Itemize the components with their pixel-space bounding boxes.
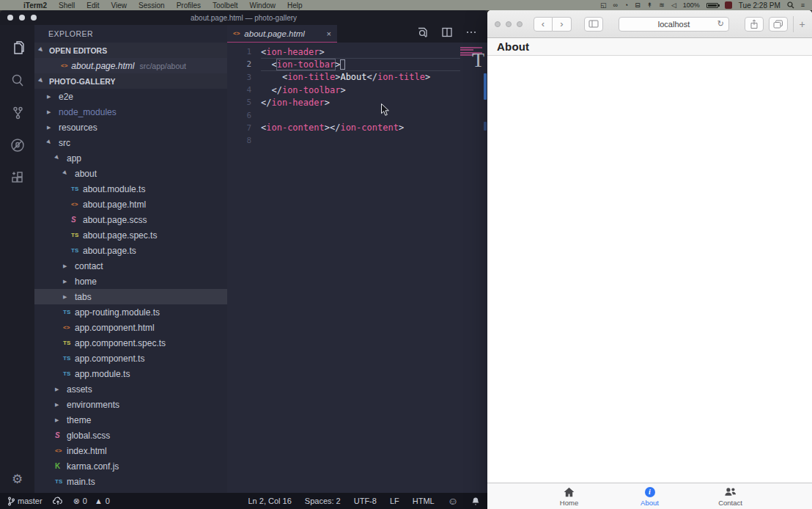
back-button[interactable]: ‹	[534, 17, 553, 32]
open-editors-header[interactable]: ▶ OPEN EDITORS	[34, 43, 227, 58]
chevron-collapsed-icon[interactable]: ▶	[63, 279, 69, 285]
menu-toolbelt[interactable]: Toolbelt	[207, 1, 243, 10]
chevron-collapsed-icon[interactable]: ▶	[47, 125, 53, 131]
tree-item-app-routing-module-ts[interactable]: TSapp-routing.module.ts	[34, 304, 227, 320]
notifications-bell-icon[interactable]	[471, 497, 480, 506]
zoom-window-button[interactable]	[517, 21, 523, 27]
minimize-window-button[interactable]	[506, 21, 512, 27]
menu-view[interactable]: View	[106, 1, 133, 10]
git-branch-indicator[interactable]: master	[7, 497, 43, 506]
volume-icon[interactable]: ◁	[671, 2, 676, 9]
chevron-expanded-icon[interactable]: ▶	[53, 154, 62, 162]
cursor-position[interactable]: Ln 2, Col 16	[248, 497, 291, 505]
problems-indicator[interactable]: ⊗ 0 ▲ 0	[73, 497, 110, 506]
extensions-icon[interactable]	[0, 161, 34, 194]
tree-item-about-page-spec-ts[interactable]: TSabout.page.spec.ts	[34, 227, 227, 243]
search-icon[interactable]	[0, 65, 34, 97]
battery-icon[interactable]	[706, 3, 718, 8]
spotlight-search-icon[interactable]	[787, 1, 794, 9]
chevron-collapsed-icon[interactable]: ▶	[55, 387, 61, 392]
explorer-icon[interactable]	[0, 32, 34, 65]
vscode-titlebar[interactable]: about.page.html — photo-gallery	[0, 10, 487, 25]
language-mode[interactable]: HTML	[413, 497, 435, 505]
tree-item-about-module-ts[interactable]: TSabout.module.ts	[34, 181, 227, 197]
tree-item-node-modules[interactable]: ▶node_modules	[34, 104, 227, 120]
source-control-icon[interactable]	[0, 97, 34, 129]
menu-edit[interactable]: Edit	[81, 1, 105, 10]
menubar-clock[interactable]: Tue 2:28 PM	[739, 1, 780, 10]
code-line-1[interactable]: 1<ion-header>	[227, 45, 487, 58]
menu-app[interactable]: iTerm2	[18, 1, 53, 10]
open-preview-icon[interactable]	[416, 26, 429, 42]
encoding[interactable]: UTF-8	[354, 497, 377, 505]
chevron-collapsed-icon[interactable]: ▶	[47, 94, 53, 100]
indentation[interactable]: Spaces: 2	[305, 497, 341, 505]
time-machine-icon[interactable]: ◔	[624, 2, 628, 9]
chevron-collapsed-icon[interactable]: ▶	[55, 402, 61, 408]
tree-item-resources[interactable]: ▶resources	[34, 120, 227, 135]
tree-item-karma-conf-js[interactable]: Kkarma.conf.js	[34, 458, 227, 474]
settings-gear-icon[interactable]: ⚙	[0, 472, 34, 487]
more-actions-icon[interactable]	[465, 26, 477, 41]
tree-item-about-page-scss[interactable]: Sabout.page.scss	[34, 212, 227, 227]
tree-item-contact[interactable]: ▶contact	[34, 258, 227, 274]
menu-window[interactable]: Window	[243, 1, 281, 10]
ion-tab-contact[interactable]: Contact	[690, 486, 771, 507]
chevron-expanded-icon[interactable]: ▶	[62, 169, 70, 177]
share-button[interactable]	[745, 17, 764, 32]
code-line-8[interactable]: 8	[227, 134, 487, 147]
chevron-collapsed-icon[interactable]: ▶	[63, 263, 69, 269]
code-editor[interactable]: T 1<ion-header>2 <ion-toolbar>3 <ion-tit…	[227, 43, 487, 493]
tree-item-tabs[interactable]: ▶tabs	[34, 289, 227, 304]
tree-item-theme[interactable]: ▶theme	[34, 412, 227, 428]
code-line-6[interactable]: 6	[227, 109, 487, 121]
feedback-smiley-icon[interactable]: ☺	[448, 495, 458, 507]
screen-record-icon[interactable]: ◱	[600, 2, 607, 9]
chevron-collapsed-icon[interactable]: ▶	[55, 417, 61, 423]
tree-item-about-page-ts[interactable]: TSabout.page.ts	[34, 243, 227, 258]
tree-item-app-component-html[interactable]: <>app.component.html	[34, 320, 227, 335]
chevron-expanded-icon[interactable]: ▶	[45, 139, 53, 147]
close-window-button[interactable]	[495, 21, 501, 27]
keychain-icon[interactable]: ↟	[647, 2, 653, 9]
menu-extra-app-icon[interactable]	[725, 1, 732, 9]
tree-item-app-component-ts[interactable]: TSapp.component.ts	[34, 351, 227, 366]
tree-item-app-component-spec-ts[interactable]: TSapp.component.spec.ts	[34, 335, 227, 351]
menu-session[interactable]: Session	[133, 1, 171, 10]
tree-item-src[interactable]: ▶src	[34, 135, 227, 150]
tree-item-global-scss[interactable]: Sglobal.scss	[34, 428, 227, 443]
tree-item-index-html[interactable]: <>index.html	[34, 443, 227, 458]
open-editor-item[interactable]: <> about.page.html src/app/about	[34, 58, 227, 73]
code-line-2[interactable]: 2 <ion-toolbar>	[227, 58, 487, 70]
menu-shell[interactable]: Shell	[53, 1, 81, 10]
tree-item-app-module-ts[interactable]: TSapp.module.ts	[34, 366, 227, 381]
glasses-icon[interactable]: ∞	[613, 2, 617, 9]
tree-item-app[interactable]: ▶app	[34, 150, 227, 166]
tab-close-icon[interactable]: ×	[327, 29, 331, 38]
chevron-collapsed-icon[interactable]: ▶	[47, 109, 53, 115]
new-tab-button[interactable]: +	[793, 16, 806, 32]
tree-item-e2e[interactable]: ▶e2e	[34, 89, 227, 104]
eol[interactable]: LF	[390, 497, 399, 505]
notification-center-icon[interactable]: ≡	[801, 2, 805, 9]
ion-tab-home[interactable]: Home	[529, 486, 610, 507]
ion-tab-about[interactable]: iAbout	[610, 486, 690, 507]
code-line-7[interactable]: 7<ion-content></ion-content>	[227, 122, 487, 134]
menu-profiles[interactable]: Profiles	[171, 1, 207, 10]
debug-disabled-icon[interactable]	[0, 129, 34, 161]
tree-item-home[interactable]: ▶home	[34, 274, 227, 289]
tree-item-about[interactable]: ▶about	[34, 166, 227, 181]
tree-item-main-ts[interactable]: TSmain.ts	[34, 474, 227, 489]
sync-indicator[interactable]	[53, 497, 63, 505]
forward-button[interactable]: ›	[553, 17, 572, 32]
editor-tab-about-page-html[interactable]: <> about.page.html ×	[227, 25, 337, 43]
sidebar-toggle-button[interactable]	[584, 17, 603, 32]
display-icon[interactable]: ⊟	[635, 2, 641, 9]
chevron-collapsed-icon[interactable]: ▶	[63, 294, 69, 300]
code-line-3[interactable]: 3 <ion-title>About</ion-title>	[227, 71, 487, 84]
address-bar[interactable]: localhost ↻	[619, 17, 729, 32]
tree-item-about-page-html[interactable]: <>about.page.html	[34, 197, 227, 212]
code-line-4[interactable]: 4 </ion-toolbar>	[227, 84, 487, 96]
code-line-5[interactable]: 5</ion-header>	[227, 96, 487, 109]
wifi-icon[interactable]: ≋	[659, 2, 665, 9]
